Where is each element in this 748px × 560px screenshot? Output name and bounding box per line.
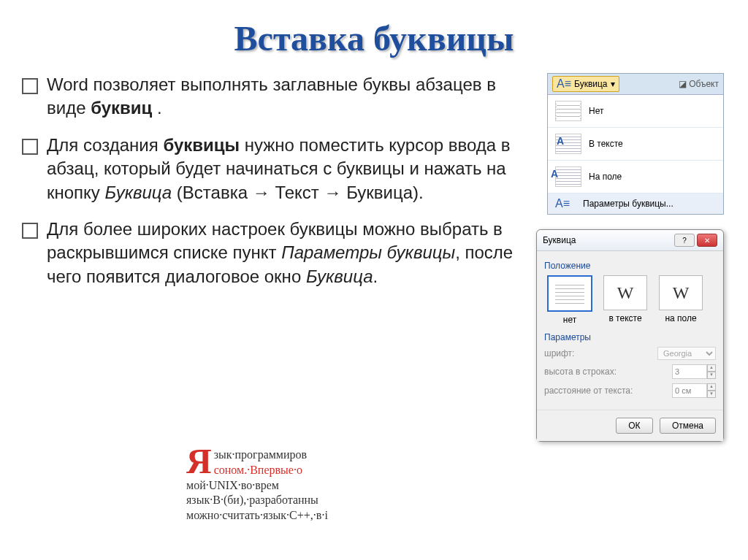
object-label: Объект xyxy=(689,79,719,89)
option-margin-icon: A xyxy=(555,166,581,187)
ribbon-header: A≡ Буквица ▾ ◪ Объект xyxy=(548,74,723,95)
example-dropcap-letter: Я xyxy=(186,448,212,475)
params-label: Параметры буквицы... xyxy=(583,199,673,209)
spin-down-icon[interactable]: ▼ xyxy=(707,372,716,379)
ribbon-button-label: Буквица xyxy=(574,79,608,89)
option-intext-label: В тексте xyxy=(589,139,623,149)
bullet-para-1: Word позволяет выполнять заглавные буквы… xyxy=(22,73,522,120)
spin-up-icon[interactable]: ▲ xyxy=(707,364,716,372)
object-icon: ◪ xyxy=(679,79,687,89)
cancel-button[interactable]: Отмена xyxy=(660,418,716,434)
content-area: Word позволяет выполнять заглавные буквы… xyxy=(22,73,726,442)
slide-title: Вставка буквицы xyxy=(22,18,726,58)
position-option-intext[interactable]: W в тексте xyxy=(600,275,651,325)
dialog-titlebar: Буквица ? ✕ xyxy=(537,230,723,251)
screenshots-column: A≡ Буквица ▾ ◪ Объект Нет A В тексте A Н… xyxy=(529,73,726,442)
dropcap-option-none[interactable]: Нет xyxy=(548,95,723,128)
option-margin-label: На поле xyxy=(589,172,622,182)
example-line5: можно·считать·язык·C++,·в·і xyxy=(186,509,328,521)
help-button[interactable]: ? xyxy=(674,234,695,247)
font-select[interactable]: Georgia xyxy=(657,347,716,360)
option-intext-icon: A xyxy=(555,134,581,154)
dropcap-dialog: Буквица ? ✕ Положение нет W в тексте xyxy=(536,229,724,442)
dialog-title: Буквица xyxy=(543,235,576,245)
option-none-label: Нет xyxy=(589,106,603,116)
position-section-label: Положение xyxy=(544,261,716,271)
text-column: Word позволяет выполнять заглавные буквы… xyxy=(22,73,522,442)
bullet-icon xyxy=(22,139,38,155)
example-line2: соном.·Впервые·о xyxy=(214,464,302,476)
dropcap-example: Я зык·программиров соном.·Впервые·о мой·… xyxy=(186,448,493,523)
bullet-icon xyxy=(22,78,38,94)
params-icon: A≡ xyxy=(555,197,579,210)
position-option-none[interactable]: нет xyxy=(544,275,595,325)
pos-none-label: нет xyxy=(544,315,595,325)
para1-bold: буквиц xyxy=(91,98,152,118)
spin-down-icon[interactable]: ▼ xyxy=(707,391,716,398)
ribbon-dropdown: A≡ Буквица ▾ ◪ Объект Нет A В тексте A Н… xyxy=(547,73,724,215)
spin-up-icon[interactable]: ▲ xyxy=(707,383,716,391)
bullet-icon xyxy=(22,223,38,239)
dropcap-icon: A≡ xyxy=(557,77,571,91)
dropcap-option-margin[interactable]: A На поле xyxy=(548,161,723,193)
pos-margin-label: на поле xyxy=(655,313,706,323)
bullet-para-3: Для более широких настроек буквицы можно… xyxy=(22,218,522,288)
dropcap-params-item[interactable]: A≡ Параметры буквицы... xyxy=(548,193,723,214)
example-line3: мой·UNIX·во·врем xyxy=(186,479,279,491)
height-input[interactable] xyxy=(672,364,707,379)
params-section-label: Параметры xyxy=(544,332,716,342)
dropcap-option-intext[interactable]: A В тексте xyxy=(548,128,723,161)
pos-intext-label: в тексте xyxy=(600,313,651,323)
example-line4: язык·B·(би),·разработанны xyxy=(186,494,318,506)
font-label: шрифт: xyxy=(544,348,574,358)
position-option-margin[interactable]: W на поле xyxy=(655,275,706,325)
option-none-icon xyxy=(555,101,581,121)
height-label: высота в строках: xyxy=(544,367,617,377)
chevron-down-icon: ▾ xyxy=(611,79,615,89)
distance-label: расстояние от текста: xyxy=(544,386,633,396)
distance-input[interactable] xyxy=(672,383,707,398)
close-button[interactable]: ✕ xyxy=(697,234,717,247)
example-line1: зык·программиров xyxy=(214,448,307,461)
dropcap-ribbon-button[interactable]: A≡ Буквица ▾ xyxy=(552,76,619,92)
bullet-para-2: Для создания буквицы нужно поместить кур… xyxy=(22,134,522,204)
ok-button[interactable]: ОК xyxy=(616,418,652,434)
